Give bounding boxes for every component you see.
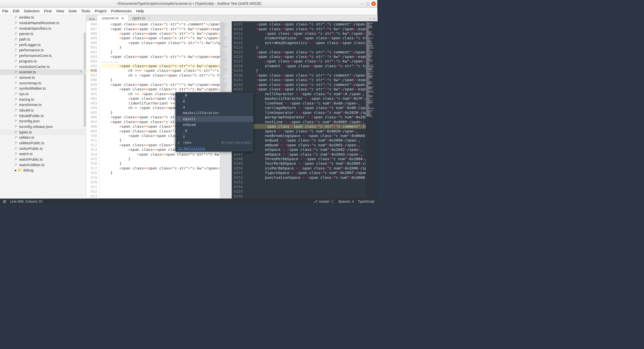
autocomplete-item[interactable]: A	[176, 98, 253, 104]
menu-view[interactable]: View	[56, 9, 64, 13]
sidebar-item[interactable]: /* tsconfig.json	[0, 118, 86, 124]
code-editor[interactable]: <span class=<span class="c-str">"c-comme…	[245, 21, 366, 198]
sidebar-item[interactable]: /* utilities.ts	[0, 135, 86, 141]
sidebar-item[interactable]: /* program.ts	[0, 58, 86, 64]
titlebar: ~/Documents/TypeScript/src/compiler/scan…	[0, 0, 377, 7]
tab[interactable]: types.ts×	[128, 15, 154, 21]
menu-preferences[interactable]: Preferences	[111, 9, 132, 13]
sidebar-item[interactable]: /* types.ts	[0, 129, 86, 135]
sidebar-item[interactable]: /* symbolWalker.ts	[0, 86, 86, 91]
sidebar-folder[interactable]: ▸ 📁 debug	[0, 168, 86, 173]
autocomplete-item[interactable]: enQuad	[176, 122, 253, 128]
menu-find[interactable]: Find	[44, 9, 52, 13]
sidebar-item[interactable]: /* sys.ts	[0, 91, 86, 97]
autocomplete-item[interactable]: _0	[176, 92, 253, 98]
sidebar-item[interactable]: /* transformer.ts	[0, 102, 86, 108]
menu-icon[interactable]	[3, 200, 6, 203]
window-title: ~/Documents/TypeScript/src/compiler/scan…	[116, 2, 262, 6]
autocomplete-footer[interactable]: 22 Definitions	[176, 146, 253, 152]
autocomplete-item[interactable]: a	[176, 104, 253, 110]
menu-selection[interactable]: Selection	[24, 9, 40, 13]
syntax[interactable]: TypeScript	[358, 199, 374, 203]
sidebar-item[interactable]: /* moduleNameResolver.ts	[0, 20, 86, 26]
sidebar-item[interactable]: /* performance.ts	[0, 48, 86, 53]
sidebar-item[interactable]: /* watchPublic.ts	[0, 157, 86, 162]
sidebar-item[interactable]: /* perfLogger.ts	[0, 42, 86, 48]
minimize-button[interactable]: —	[360, 2, 364, 6]
sidebar-item[interactable]: /* tracing.ts	[0, 97, 86, 102]
sidebar-item[interactable]: /* visitorPublic.ts	[0, 146, 86, 151]
statusbar: Line 896, Column 37 ⎇ master 1 Spaces: 4…	[0, 199, 377, 204]
menu-file[interactable]: File	[2, 9, 9, 13]
sidebar-item[interactable]: /* resolutionCache.ts	[0, 64, 86, 69]
menu-help[interactable]: Help	[136, 9, 144, 13]
tab[interactable]: scanner.ts	[97, 15, 128, 21]
editor-pane-right[interactable]: 6219622062216222622362246225622662276228…	[232, 21, 377, 198]
indentation[interactable]: Spaces: 4	[338, 199, 354, 203]
menu-project[interactable]: Project	[95, 9, 106, 13]
sidebar[interactable]: /* emitter.ts/* moduleNameResolver.ts/* …	[0, 15, 86, 199]
line-gutter[interactable]: 8868878888898908918928938948958968978988…	[86, 21, 99, 198]
sidebar-item[interactable]: /* watchUtilities.ts	[0, 162, 86, 168]
maximize-button[interactable]	[366, 2, 370, 6]
menu-goto[interactable]: Goto	[69, 9, 77, 13]
sidebar-item[interactable]: /* sourcemap.ts	[0, 80, 86, 86]
sidebar-item[interactable]: /* watch.ts	[0, 151, 86, 157]
sidebar-item[interactable]: /* tsbuild.ts	[0, 108, 86, 113]
tabstrip: ◀▶ scanner.tstypes.ts× + ▾	[86, 15, 377, 21]
sidebar-item[interactable]: /* path.ts	[0, 37, 86, 42]
minimap[interactable]	[366, 21, 377, 198]
sidebar-item[interactable]: /* tsbuildPublic.ts	[0, 113, 86, 119]
git-branch[interactable]: ⎇ master 1	[313, 199, 334, 203]
tab-menu-button[interactable]: ▾	[373, 16, 375, 21]
autocomplete-item[interactable]: _9	[176, 128, 253, 133]
sidebar-item[interactable]: /* utilitiesPublic.ts	[0, 140, 86, 146]
new-tab-button[interactable]: +	[369, 16, 372, 21]
sidebar-item[interactable]: /* moduleSpecifiers.ts	[0, 26, 86, 31]
close-button[interactable]: ✕	[371, 2, 376, 6]
sidebar-item[interactable]: /* emitter.ts	[0, 15, 86, 20]
menubar: FileEditSelectionFindViewGotoToolsProjec…	[0, 7, 377, 15]
tab-history-nav[interactable]: ◀▶	[86, 17, 98, 21]
autocomplete-item[interactable]: s!env#!/usr/bin/env	[176, 139, 253, 145]
autocomplete-popup[interactable]: _0AamaxAsciiCharacterfequalsenQuad_9zs!e…	[175, 92, 254, 152]
menu-tools[interactable]: Tools	[81, 9, 90, 13]
autocomplete-item[interactable]: maxAsciiCharacter	[176, 110, 253, 116]
close-tab-icon[interactable]: ×	[148, 16, 150, 20]
cursor-position[interactable]: Line 896, Column 37	[10, 199, 43, 203]
sidebar-item[interactable]: /* parser.ts	[0, 31, 86, 37]
sidebar-item[interactable]: /* performanceCore.ts	[0, 53, 86, 58]
menu-edit[interactable]: Edit	[13, 9, 19, 13]
modified-icon	[122, 17, 124, 19]
sidebar-item[interactable]: /* tsconfig.release.json	[0, 124, 86, 129]
autocomplete-item[interactable]: z	[176, 134, 253, 139]
sidebar-item[interactable]: /* scanner.ts	[0, 69, 86, 75]
sidebar-item[interactable]: /* semver.ts	[0, 75, 86, 80]
autocomplete-item[interactable]: fequals	[176, 116, 253, 122]
